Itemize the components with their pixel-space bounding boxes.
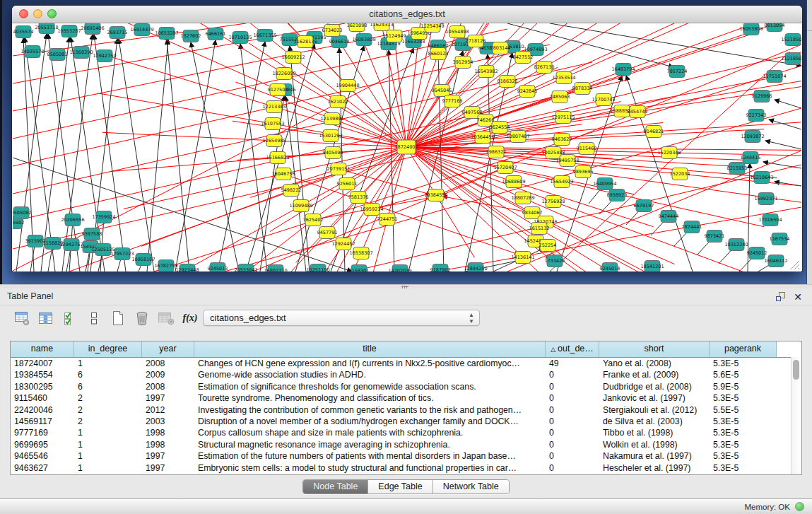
graph-node[interactable]: 9115460	[577, 143, 597, 155]
graph-node[interactable]: 8186328	[498, 76, 518, 88]
cell-short[interactable]: Franke et al. (2009)	[599, 369, 710, 380]
graph-node[interactable]: 17359924	[92, 211, 115, 223]
graph-node[interactable]: 2693715	[107, 27, 128, 39]
cell-out_de[interactable]: 0	[546, 439, 599, 450]
graph-node[interactable]: 8215953	[727, 163, 748, 175]
cell-out_de[interactable]: 0	[546, 404, 599, 416]
graph-node[interactable]: 16046756	[271, 168, 295, 180]
graph-node[interactable]: 7986322	[486, 146, 507, 158]
citation-network-graph[interactable]: 1872400740355742055371810553287206914062…	[13, 23, 801, 271]
cell-title[interactable]: Corpus callosum shape and size in male p…	[194, 427, 546, 438]
graph-node[interactable]: 18541201	[640, 261, 664, 272]
graph-node[interactable]: 9457791	[317, 227, 338, 239]
cell-year[interactable]: 2003	[142, 416, 194, 427]
graph-node[interactable]: 12924457	[331, 238, 355, 250]
cell-short[interactable]: de Silva et al. (2003)	[599, 416, 710, 427]
graph-node[interactable]: 8660123	[428, 48, 449, 60]
cell-name[interactable]: 9465546	[11, 450, 74, 462]
column-header-in_degree[interactable]: in_degree	[74, 341, 142, 357]
cell-name[interactable]: 14569117	[11, 416, 74, 427]
graph-node[interactable]: 8505081	[47, 49, 68, 61]
graph-node[interactable]: 252254	[539, 240, 557, 252]
graph-node[interactable]: 17016504	[758, 214, 782, 226]
graph-node[interactable]: 7625402	[303, 214, 324, 226]
cell-pagerank[interactable]: 5.6E-5	[710, 369, 777, 380]
cell-in_degree[interactable]: 1	[74, 427, 142, 438]
cell-name[interactable]: 18300295	[11, 381, 74, 392]
cell-title[interactable]: Structural magnetic resonance image aver…	[194, 439, 546, 450]
graph-node[interactable]: 8938923	[607, 189, 628, 201]
cell-in_degree[interactable]: 1	[74, 439, 142, 450]
graph-node[interactable]: 9463627	[552, 134, 572, 146]
graph-node[interactable]: 6734023	[322, 25, 343, 37]
graph-node[interactable]: 10553287	[57, 25, 81, 37]
graph-node[interactable]: 16210643	[750, 172, 773, 184]
new-file-icon[interactable]	[109, 310, 127, 327]
graph-node[interactable]: 10251100	[306, 264, 329, 272]
table-row[interactable]: 2242004622012Investigating the contribut…	[11, 404, 801, 416]
graph-node[interactable]: 1615132	[529, 223, 550, 235]
fx-icon[interactable]: f(x)	[181, 310, 199, 327]
cell-pagerank[interactable]: 5.3E-5	[710, 462, 777, 474]
close-panel-icon[interactable]: ✕	[792, 291, 804, 303]
graph-node[interactable]: 1522034	[670, 168, 690, 180]
graph-node[interactable]: 20553718	[35, 23, 58, 34]
graph-node[interactable]: 10719135	[228, 32, 252, 44]
graph-node[interactable]: 18724007	[394, 140, 418, 154]
graph-node[interactable]: 2874441	[682, 221, 702, 233]
graph-node[interactable]: 9777169	[442, 95, 463, 107]
cell-year[interactable]: 1997	[142, 450, 194, 462]
cell-out_de[interactable]: 0	[546, 427, 599, 438]
cell-in_degree[interactable]: 2	[74, 392, 142, 404]
column-select-icon[interactable]	[37, 310, 55, 327]
float-panel-icon[interactable]	[775, 291, 787, 303]
graph-node[interactable]: 1167534	[770, 233, 790, 245]
cell-out_de[interactable]: 0	[546, 450, 599, 462]
graph-node[interactable]: 9227343	[746, 110, 767, 122]
cell-year[interactable]: 1998	[142, 427, 194, 438]
graph-node[interactable]: 10688609	[502, 176, 525, 188]
graph-node[interactable]: 8267130	[534, 62, 555, 74]
cell-pagerank[interactable]: 5.5E-5	[710, 404, 777, 416]
column-header-pagerank[interactable]: pagerank	[710, 341, 777, 357]
delete-table-icon[interactable]	[157, 310, 175, 327]
tab-edge-table[interactable]: Edge Table	[368, 480, 433, 493]
graph-node[interactable]: 9397588	[82, 228, 102, 240]
cell-in_degree[interactable]: 1	[74, 358, 142, 369]
network-canvas[interactable]: 1872400740355742055371810553287206914062…	[13, 23, 801, 271]
graph-node[interactable]: 5498222	[281, 185, 302, 197]
table-row[interactable]: 977716911998Corpus callosum shape and si…	[11, 427, 801, 438]
cell-name[interactable]: 9777169	[11, 427, 74, 438]
graph-node[interactable]: 3912954	[453, 57, 473, 69]
cell-name[interactable]: 9463627	[11, 462, 74, 474]
graph-node[interactable]: 8878334	[572, 83, 593, 95]
cell-in_degree[interactable]: 6	[74, 381, 142, 392]
graph-node[interactable]: 8454749	[628, 106, 648, 118]
checkmarks-icon[interactable]	[61, 310, 79, 327]
table-row[interactable]: 1456911722003Disruption of a novel membe…	[11, 416, 801, 427]
cell-pagerank[interactable]: 5.3E-5	[710, 439, 777, 450]
cell-out_de[interactable]: 49	[546, 358, 599, 369]
cell-year[interactable]: 1997	[142, 392, 194, 404]
graph-node[interactable]: 10312240	[724, 239, 748, 251]
cell-in_degree[interactable]: 2	[74, 416, 142, 427]
cell-short[interactable]: Tibbo et al. (1998)	[599, 427, 710, 438]
table-row[interactable]: 1830029562008Estimation of significance …	[11, 381, 801, 392]
graph-node[interactable]: 1621098	[347, 23, 367, 32]
graph-node[interactable]: 9245014	[600, 263, 620, 272]
cell-year[interactable]: 2008	[142, 358, 194, 369]
graph-node[interactable]: 9245013	[208, 263, 228, 272]
cell-year[interactable]: 1997	[142, 462, 194, 474]
cell-out_de[interactable]: 0	[546, 416, 599, 427]
graph-node[interactable]: 1733426	[545, 255, 565, 267]
cell-name[interactable]: 22420046	[11, 404, 74, 416]
graph-node[interactable]: 6158301	[349, 265, 370, 272]
cell-year[interactable]: 2009	[142, 369, 194, 380]
cell-title[interactable]: Disruption of a novel member of a sodium…	[194, 416, 546, 427]
cell-year[interactable]: 1998	[142, 439, 194, 450]
graph-node[interactable]: 20691406	[81, 23, 104, 35]
graph-node[interactable]: 20739151	[326, 163, 350, 175]
graph-node[interactable]: 6679197	[634, 200, 654, 212]
cell-out_de[interactable]: 0	[546, 392, 599, 404]
cell-title[interactable]: Changes of HCN gene expression and I(f) …	[194, 358, 546, 369]
